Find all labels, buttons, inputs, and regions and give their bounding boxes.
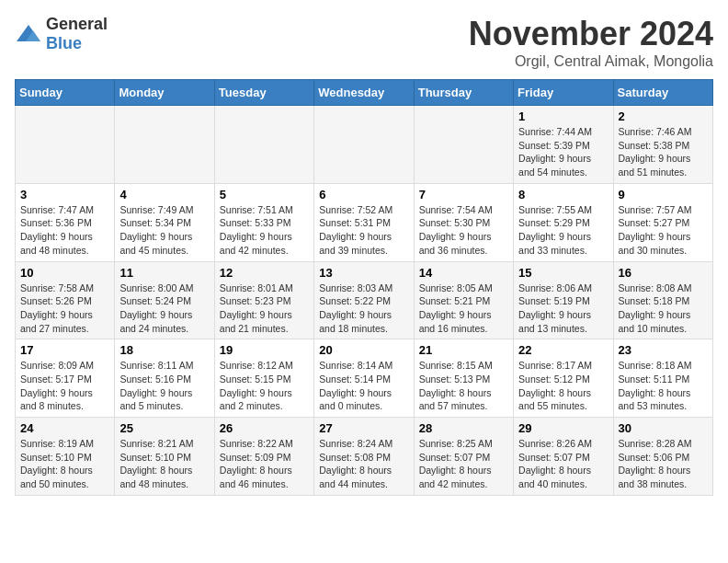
title-area: November 2024 Orgil, Central Aimak, Mong… <box>469 15 713 70</box>
calendar-cell: 27Sunrise: 8:24 AM Sunset: 5:08 PM Dayli… <box>314 418 414 496</box>
calendar-cell: 22Sunrise: 8:17 AM Sunset: 5:12 PM Dayli… <box>514 339 613 418</box>
day-info: Sunrise: 7:44 AM Sunset: 5:39 PM Dayligh… <box>518 125 608 179</box>
logo-blue: Blue <box>46 34 82 52</box>
calendar-cell: 7Sunrise: 7:54 AM Sunset: 5:30 PM Daylig… <box>414 183 513 261</box>
day-number: 1 <box>518 109 608 123</box>
day-number: 30 <box>619 421 708 435</box>
day-info: Sunrise: 8:19 AM Sunset: 5:10 PM Dayligh… <box>20 437 109 491</box>
calendar-cell: 18Sunrise: 8:11 AM Sunset: 5:16 PM Dayli… <box>115 339 214 418</box>
day-info: Sunrise: 8:24 AM Sunset: 5:08 PM Dayligh… <box>319 437 408 491</box>
calendar-cell: 30Sunrise: 8:28 AM Sunset: 5:06 PM Dayli… <box>613 418 712 496</box>
weekday-header: Wednesday <box>314 80 414 106</box>
day-info: Sunrise: 8:25 AM Sunset: 5:07 PM Dayligh… <box>419 437 508 491</box>
day-number: 8 <box>518 188 608 201</box>
logo-icon <box>15 23 42 45</box>
day-number: 4 <box>119 188 209 201</box>
day-number: 14 <box>419 266 508 280</box>
calendar-cell <box>414 106 513 184</box>
calendar-cell: 16Sunrise: 8:08 AM Sunset: 5:18 PM Dayli… <box>613 261 712 339</box>
day-info: Sunrise: 7:49 AM Sunset: 5:34 PM Dayligh… <box>119 203 209 258</box>
day-number: 7 <box>419 188 508 201</box>
day-number: 28 <box>419 421 508 435</box>
day-number: 11 <box>119 266 209 280</box>
calendar-cell: 17Sunrise: 8:09 AM Sunset: 5:17 PM Dayli… <box>16 339 115 418</box>
day-number: 6 <box>319 188 408 201</box>
calendar-table: SundayMondayTuesdayWednesdayThursdayFrid… <box>15 79 713 496</box>
page-header: General Blue November 2024 Orgil, Centra… <box>15 15 713 70</box>
day-info: Sunrise: 8:22 AM Sunset: 5:09 PM Dayligh… <box>220 437 309 491</box>
day-number: 23 <box>619 343 708 357</box>
day-number: 15 <box>518 266 608 280</box>
day-number: 10 <box>20 266 109 280</box>
day-info: Sunrise: 8:01 AM Sunset: 5:23 PM Dayligh… <box>220 282 309 336</box>
day-number: 17 <box>20 343 109 357</box>
calendar-cell <box>115 106 214 184</box>
day-info: Sunrise: 7:58 AM Sunset: 5:26 PM Dayligh… <box>20 282 109 336</box>
day-number: 2 <box>619 109 708 123</box>
day-info: Sunrise: 7:51 AM Sunset: 5:33 PM Dayligh… <box>220 203 309 258</box>
day-number: 16 <box>619 266 708 280</box>
weekday-header: Monday <box>115 80 214 106</box>
day-info: Sunrise: 8:12 AM Sunset: 5:15 PM Dayligh… <box>220 359 309 413</box>
day-info: Sunrise: 7:55 AM Sunset: 5:29 PM Dayligh… <box>518 203 608 258</box>
calendar-cell: 28Sunrise: 8:25 AM Sunset: 5:07 PM Dayli… <box>414 418 513 496</box>
calendar-cell: 23Sunrise: 8:18 AM Sunset: 5:11 PM Dayli… <box>613 339 712 418</box>
calendar-cell: 15Sunrise: 8:06 AM Sunset: 5:19 PM Dayli… <box>514 261 613 339</box>
day-number: 9 <box>619 188 708 201</box>
day-info: Sunrise: 8:06 AM Sunset: 5:19 PM Dayligh… <box>518 282 608 336</box>
day-info: Sunrise: 8:26 AM Sunset: 5:07 PM Dayligh… <box>518 437 608 491</box>
day-number: 25 <box>119 421 209 435</box>
day-number: 27 <box>319 421 408 435</box>
day-number: 19 <box>220 343 309 357</box>
calendar-cell: 5Sunrise: 7:51 AM Sunset: 5:33 PM Daylig… <box>214 183 313 261</box>
day-info: Sunrise: 7:57 AM Sunset: 5:27 PM Dayligh… <box>619 203 708 258</box>
calendar-cell: 20Sunrise: 8:14 AM Sunset: 5:14 PM Dayli… <box>314 339 414 418</box>
day-number: 13 <box>319 266 408 280</box>
day-info: Sunrise: 8:21 AM Sunset: 5:10 PM Dayligh… <box>119 437 209 491</box>
day-number: 29 <box>518 421 608 435</box>
day-info: Sunrise: 8:03 AM Sunset: 5:22 PM Dayligh… <box>319 282 408 336</box>
calendar-cell: 12Sunrise: 8:01 AM Sunset: 5:23 PM Dayli… <box>214 261 313 339</box>
logo: General Blue <box>15 15 108 53</box>
weekday-header: Friday <box>514 80 613 106</box>
day-info: Sunrise: 8:00 AM Sunset: 5:24 PM Dayligh… <box>119 282 209 336</box>
calendar-cell <box>16 106 115 184</box>
calendar-cell: 13Sunrise: 8:03 AM Sunset: 5:22 PM Dayli… <box>314 261 414 339</box>
weekday-header: Thursday <box>414 80 513 106</box>
calendar-cell: 19Sunrise: 8:12 AM Sunset: 5:15 PM Dayli… <box>214 339 313 418</box>
day-info: Sunrise: 8:28 AM Sunset: 5:06 PM Dayligh… <box>619 437 708 491</box>
calendar-cell: 8Sunrise: 7:55 AM Sunset: 5:29 PM Daylig… <box>514 183 613 261</box>
day-number: 12 <box>220 266 309 280</box>
day-number: 24 <box>20 421 109 435</box>
day-number: 21 <box>419 343 508 357</box>
calendar-cell: 24Sunrise: 8:19 AM Sunset: 5:10 PM Dayli… <box>16 418 115 496</box>
calendar-cell: 26Sunrise: 8:22 AM Sunset: 5:09 PM Dayli… <box>214 418 313 496</box>
day-info: Sunrise: 8:14 AM Sunset: 5:14 PM Dayligh… <box>319 359 408 413</box>
logo-general: General <box>46 15 108 33</box>
day-number: 18 <box>119 343 209 357</box>
day-info: Sunrise: 8:18 AM Sunset: 5:11 PM Dayligh… <box>619 359 708 413</box>
day-info: Sunrise: 8:09 AM Sunset: 5:17 PM Dayligh… <box>20 359 109 413</box>
day-info: Sunrise: 8:15 AM Sunset: 5:13 PM Dayligh… <box>419 359 508 413</box>
month-title: November 2024 <box>469 15 713 53</box>
location-title: Orgil, Central Aimak, Mongolia <box>469 53 713 70</box>
day-number: 3 <box>20 188 109 201</box>
calendar-cell: 14Sunrise: 8:05 AM Sunset: 5:21 PM Dayli… <box>414 261 513 339</box>
day-info: Sunrise: 7:47 AM Sunset: 5:36 PM Dayligh… <box>20 203 109 258</box>
day-number: 20 <box>319 343 408 357</box>
day-number: 22 <box>518 343 608 357</box>
day-info: Sunrise: 8:17 AM Sunset: 5:12 PM Dayligh… <box>518 359 608 413</box>
weekday-header: Saturday <box>613 80 712 106</box>
day-number: 26 <box>220 421 309 435</box>
day-number: 5 <box>220 188 309 201</box>
calendar-cell: 3Sunrise: 7:47 AM Sunset: 5:36 PM Daylig… <box>16 183 115 261</box>
day-info: Sunrise: 8:05 AM Sunset: 5:21 PM Dayligh… <box>419 282 508 336</box>
calendar-cell <box>214 106 313 184</box>
calendar-cell: 6Sunrise: 7:52 AM Sunset: 5:31 PM Daylig… <box>314 183 414 261</box>
day-info: Sunrise: 8:11 AM Sunset: 5:16 PM Dayligh… <box>119 359 209 413</box>
calendar-cell: 29Sunrise: 8:26 AM Sunset: 5:07 PM Dayli… <box>514 418 613 496</box>
day-info: Sunrise: 7:54 AM Sunset: 5:30 PM Dayligh… <box>419 203 508 258</box>
calendar-cell: 10Sunrise: 7:58 AM Sunset: 5:26 PM Dayli… <box>16 261 115 339</box>
calendar-cell: 25Sunrise: 8:21 AM Sunset: 5:10 PM Dayli… <box>115 418 214 496</box>
day-info: Sunrise: 7:52 AM Sunset: 5:31 PM Dayligh… <box>319 203 408 258</box>
